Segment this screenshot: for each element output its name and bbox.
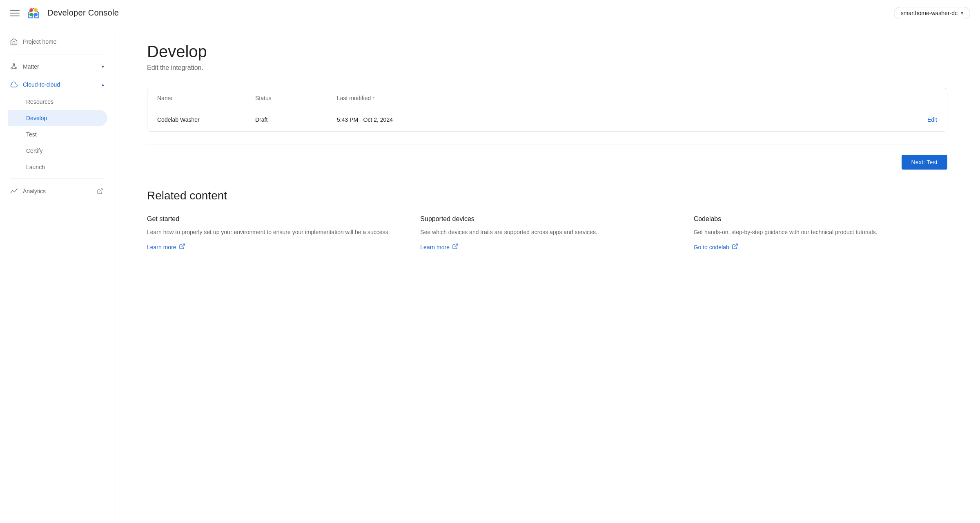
- menu-icon[interactable]: [10, 8, 20, 18]
- svg-line-8: [14, 65, 16, 68]
- content-card-supported-devices: Supported devices See which devices and …: [420, 215, 674, 251]
- svg-point-4: [13, 64, 14, 65]
- edit-link[interactable]: Edit: [927, 116, 937, 123]
- sidebar-item-launch[interactable]: Launch: [8, 159, 114, 175]
- table-header: Name Status Last modified ↑: [147, 88, 947, 108]
- sidebar-item-analytics[interactable]: Analytics: [0, 182, 114, 200]
- svg-point-5: [11, 68, 12, 69]
- sidebar-item-matter[interactable]: Matter ▾: [0, 58, 114, 76]
- external-link-icon-3: [732, 243, 738, 251]
- col-header-name: Name: [157, 95, 255, 101]
- project-name: smarthome-washer-dc: [901, 10, 958, 16]
- related-content-title: Related content: [147, 189, 947, 202]
- header-left: Developer Console: [10, 6, 119, 20]
- google-home-logo: [26, 6, 41, 20]
- svg-line-13: [734, 244, 737, 247]
- svg-line-10: [100, 189, 102, 192]
- sidebar-item-project-home-label: Project home: [23, 38, 104, 45]
- matter-chevron-icon: ▾: [102, 64, 104, 69]
- card-link-supported-devices-label: Learn more: [420, 244, 450, 250]
- sidebar-subnav: Resources Develop Test Certify Launch: [0, 94, 114, 175]
- card-link-get-started[interactable]: Learn more: [147, 243, 401, 251]
- sidebar-item-project-home[interactable]: Project home: [0, 33, 114, 51]
- project-selector[interactable]: smarthome-washer-dc ▾: [894, 7, 970, 19]
- sidebar-item-develop[interactable]: Develop: [8, 110, 107, 126]
- card-title-get-started: Get started: [147, 215, 401, 223]
- sidebar-item-matter-label: Matter: [23, 63, 97, 70]
- external-link-icon-2: [452, 243, 459, 251]
- cloud-chevron-icon: ▴: [102, 82, 104, 87]
- table-row: Codelab Washer Draft 5:43 PM - Oct 2, 20…: [147, 108, 947, 131]
- svg-point-3: [34, 13, 38, 16]
- svg-line-11: [181, 244, 184, 247]
- main-content: Develop Edit the integration. Name Statu…: [114, 26, 980, 523]
- sidebar-divider-2: [10, 179, 104, 179]
- sidebar-item-analytics-label: Analytics: [23, 188, 91, 194]
- card-title-supported-devices: Supported devices: [420, 215, 674, 223]
- card-title-codelabs: Codelabs: [694, 215, 947, 223]
- layout: Project home Matter ▾: [0, 26, 980, 523]
- svg-line-12: [455, 244, 458, 247]
- svg-line-7: [12, 65, 14, 68]
- sidebar-item-resources[interactable]: Resources: [8, 94, 114, 110]
- sidebar-item-test-label: Test: [26, 131, 104, 138]
- data-table: Name Status Last modified ↑ Codelab Wash…: [147, 88, 947, 132]
- sort-arrow-icon: ↑: [372, 95, 375, 101]
- cell-edit-action[interactable]: Edit: [927, 116, 937, 123]
- col-header-status: Status: [255, 95, 337, 101]
- sidebar-item-launch-label: Launch: [26, 164, 104, 170]
- sidebar-item-resources-label: Resources: [26, 98, 104, 105]
- external-link-icon-1: [179, 243, 185, 251]
- app-title: Developer Console: [47, 8, 119, 18]
- analytics-external-icon: [96, 187, 104, 195]
- cell-status: Draft: [255, 116, 337, 123]
- sidebar-item-certify-label: Certify: [26, 148, 104, 154]
- matter-icon: [10, 63, 18, 71]
- sidebar-item-cloud-to-cloud[interactable]: Cloud-to-cloud ▴: [0, 76, 114, 94]
- content-card-codelabs: Codelabs Get hands-on, step-by-step guid…: [694, 215, 947, 251]
- svg-point-0: [29, 8, 33, 12]
- cell-last-modified: 5:43 PM - Oct 2, 2024: [337, 116, 927, 123]
- analytics-icon: [10, 187, 18, 195]
- sidebar-item-test[interactable]: Test: [8, 126, 114, 143]
- page-title: Develop: [147, 42, 947, 61]
- card-desc-get-started: Learn how to properly set up your enviro…: [147, 228, 401, 237]
- card-link-supported-devices[interactable]: Learn more: [420, 243, 674, 251]
- card-link-get-started-label: Learn more: [147, 244, 176, 250]
- cloud-icon: [10, 80, 18, 89]
- sidebar-divider-1: [10, 54, 104, 54]
- sidebar-item-develop-label: Develop: [26, 115, 98, 121]
- page-subtitle: Edit the integration.: [147, 64, 947, 72]
- sidebar-item-certify[interactable]: Certify: [8, 143, 114, 159]
- action-row: Next: Test: [147, 155, 947, 170]
- card-desc-supported-devices: See which devices and traits are support…: [420, 228, 674, 237]
- related-content-section: Related content Get started Learn how to…: [147, 189, 947, 251]
- home-icon: [10, 38, 18, 46]
- content-cards: Get started Learn how to properly set up…: [147, 215, 947, 251]
- content-card-get-started: Get started Learn how to properly set up…: [147, 215, 401, 251]
- svg-point-6: [16, 68, 17, 69]
- top-header: Developer Console smarthome-washer-dc ▾: [0, 0, 980, 26]
- section-divider: [147, 145, 947, 145]
- cell-integration-name: Codelab Washer: [157, 116, 255, 123]
- svg-point-1: [34, 8, 38, 12]
- card-link-codelabs-label: Go to codelab: [694, 244, 729, 250]
- col-header-last-modified[interactable]: Last modified ↑: [337, 95, 937, 101]
- next-test-button[interactable]: Next: Test: [902, 155, 948, 170]
- sidebar: Project home Matter ▾: [0, 26, 114, 523]
- svg-point-2: [29, 13, 33, 16]
- card-link-codelabs[interactable]: Go to codelab: [694, 243, 947, 251]
- sidebar-item-cloud-label: Cloud-to-cloud: [23, 81, 97, 88]
- card-desc-codelabs: Get hands-on, step-by-step guidance with…: [694, 228, 947, 237]
- chevron-down-icon: ▾: [961, 10, 963, 16]
